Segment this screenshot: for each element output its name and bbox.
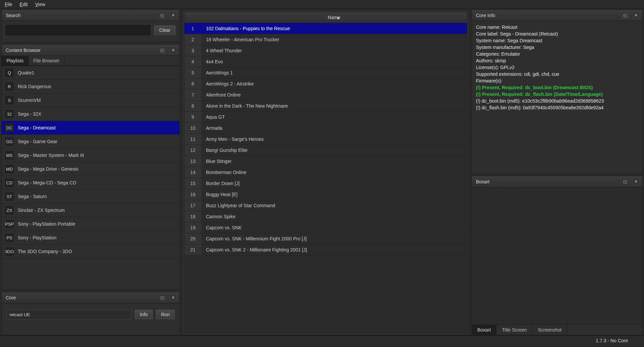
table-row[interactable]: 11Army Men - Sarge's Heroes [184, 134, 467, 145]
playlist-icon: R [5, 82, 14, 91]
core-close-button[interactable]: ✕ [169, 294, 177, 301]
table-row[interactable]: 7Alienfront Online [184, 90, 467, 101]
playlist-list[interactable]: QQuake1RRick DangerousSScummVM32Sega - 3… [2, 66, 179, 289]
firmware-present-line: (!) Present, Required: dc_boot.bin (Drea… [476, 84, 638, 91]
playlist-label: Sinclair - ZX Spectrum [18, 208, 65, 213]
core-info-title: Core Info [476, 13, 618, 18]
boxart-undock-button[interactable]: ◱ [622, 178, 629, 185]
table-row[interactable]: 218 Wheeler - American Pro Trucker [184, 34, 467, 45]
core-info-line: Core name: Reicast [476, 24, 638, 31]
playlist-label: Sega - Saturn [18, 194, 47, 199]
table-row[interactable]: 6AeroWings 2 - Airstrike [184, 78, 467, 90]
table-row[interactable]: 20Capcom vs. SNK - Millennium Fight 2000… [184, 233, 467, 244]
playlist-label: The 3DO Company - 3DO [18, 249, 72, 254]
row-name: Army Men - Sarge's Heroes [201, 134, 467, 145]
boxart-tab-screenshot[interactable]: Screenshot [533, 325, 568, 335]
content-browser-panel: Content Browser ◱ ✕ PlaylistsFile Browse… [1, 44, 180, 290]
table-row[interactable]: 9Aqua GT [184, 112, 467, 123]
table-row[interactable]: 14Bomberman Online [184, 167, 467, 178]
playlist-icon: Q [5, 68, 14, 77]
row-number: 13 [184, 156, 201, 167]
playlist-item[interactable]: PSPSony - PlayStation Portable [2, 217, 179, 231]
content-browser-close-button[interactable]: ✕ [169, 47, 177, 54]
playlist-item[interactable]: DCSega - Dreamcast [2, 121, 179, 135]
table-row[interactable]: 5AeroWings 1 [184, 67, 467, 78]
menu-view[interactable]: View [35, 2, 45, 7]
playlist-item[interactable]: 3DOThe 3DO Company - 3DO [2, 245, 179, 258]
playlist-item[interactable]: MSSega - Master System - Mark III [2, 149, 179, 162]
row-name: Cannon Spike [201, 211, 467, 222]
playlist-item[interactable]: ZXSinclair - ZX Spectrum [2, 204, 179, 217]
clear-button[interactable]: Clear [154, 25, 175, 35]
core-info-line: System name: Sega Dreamcast [476, 37, 638, 44]
table-row[interactable]: 10Armada [184, 123, 467, 134]
playlist-icon: PS [5, 233, 14, 242]
table-row[interactable]: 44x4 Evo [184, 56, 467, 67]
search-undock-button[interactable]: ◱ [159, 12, 166, 19]
playlist-item[interactable]: RRick Dangerous [2, 80, 179, 94]
playlist-item[interactable]: STSega - Saturn [2, 190, 179, 204]
menu-edit[interactable]: Edit [20, 2, 28, 7]
resize-grip-icon[interactable]: ⋰⋰ [632, 340, 639, 342]
column-name-header[interactable]: Name ▴ [201, 12, 467, 23]
playlist-label: Sega - Mega Drive - Genesis [18, 166, 78, 172]
search-panel: Search ◱ ✕ Clear [1, 9, 180, 42]
row-number: 12 [184, 145, 201, 156]
row-name: Bomberman Online [201, 167, 467, 178]
table-row[interactable]: 17Buzz Lightyear of Star Command [184, 200, 467, 211]
playlist-item[interactable]: SScummVM [2, 94, 179, 107]
table-row[interactable]: 13Blue Stinger [184, 156, 467, 167]
playlist-item[interactable]: PSSony - PlayStation [2, 231, 179, 245]
row-name: 4x4 Evo [201, 56, 467, 67]
row-name: Capcom vs. SNK - Millennium Fight 2000 P… [201, 233, 467, 244]
core-info-close-button[interactable]: ✕ [632, 12, 640, 19]
content-browser-tab-file-browser[interactable]: File Browser [29, 56, 64, 65]
row-number: 17 [184, 200, 201, 211]
boxart-tab-title-screen[interactable]: Title Screen [496, 325, 532, 335]
boxart-tab-boxart[interactable]: Boxart [472, 325, 496, 335]
playlist-item[interactable]: MDSega - Mega Drive - Genesis [2, 162, 179, 176]
table-row[interactable]: 12Bang! Gunship Elite [184, 145, 467, 156]
column-number-header[interactable] [184, 12, 201, 23]
playlist-item[interactable]: GGSega - Game Gear [2, 135, 179, 149]
search-close-button[interactable]: ✕ [169, 12, 177, 19]
playlist-label: Sega - Dreamcast [18, 125, 56, 130]
core-select-input[interactable] [6, 309, 131, 320]
row-number: 11 [184, 134, 201, 145]
playlist-label: ScummVM [18, 98, 41, 103]
search-title: Search [6, 13, 155, 18]
playlist-icon: 3DO [5, 247, 14, 256]
core-run-button[interactable]: Run [156, 310, 175, 319]
row-name: Capcom vs. SNK 2 - Millionaire Fighting … [201, 244, 467, 255]
playlist-item[interactable]: 32Sega - 32X [2, 107, 179, 121]
table-row[interactable]: 19Capcom vs. SNK [184, 222, 467, 233]
playlist-item[interactable]: CDSega - Mega-CD - Sega CD [2, 176, 179, 190]
search-input[interactable] [6, 25, 150, 35]
core-info-line: Categories: Emulator [476, 51, 638, 57]
boxart-close-button[interactable]: ✕ [632, 178, 640, 185]
content-browser-tab-playlists[interactable]: Playlists [2, 56, 29, 65]
row-name: AeroWings 1 [201, 67, 467, 78]
row-number: 9 [184, 112, 201, 123]
core-info-undock-button[interactable]: ◱ [622, 12, 629, 19]
firmware-md5-line: (!) dc_boot.bin (md5): e10c53c2f8b90bab9… [476, 98, 638, 104]
table-row[interactable]: 16Buggy Heat [E] [184, 189, 467, 200]
table-row[interactable]: 8Alone in the Dark - The New Nightmare [184, 101, 467, 112]
row-name: Alone in the Dark - The New Nightmare [201, 101, 467, 112]
table-row[interactable]: 34 Wheel Thunder [184, 45, 467, 56]
playlist-item[interactable]: QQuake1 [2, 66, 179, 80]
menu-file[interactable]: File [5, 2, 12, 7]
table-row[interactable]: 15Border Down [J] [184, 178, 467, 189]
row-name: Capcom vs. SNK [201, 222, 467, 233]
game-table-panel: Name ▴ 1102 Dalmatians - Puppies to the … [182, 9, 470, 335]
core-undock-button[interactable]: ◱ [159, 294, 166, 301]
row-number: 7 [184, 90, 201, 101]
table-row[interactable]: 18Cannon Spike [184, 211, 467, 222]
row-name: Border Down [J] [201, 178, 467, 189]
boxart-viewport [472, 187, 642, 325]
playlist-icon: S [5, 96, 14, 105]
content-browser-undock-button[interactable]: ◱ [159, 47, 166, 54]
core-info-button[interactable]: Info [135, 310, 153, 319]
table-row[interactable]: 1102 Dalmatians - Puppies to the Rescue [184, 23, 467, 34]
table-row[interactable]: 21Capcom vs. SNK 2 - Millionaire Fightin… [184, 244, 467, 255]
